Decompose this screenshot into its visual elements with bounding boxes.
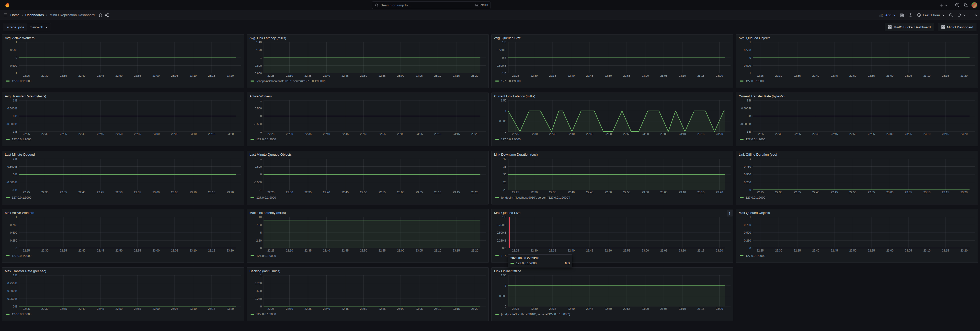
legend-series-label[interactable]: 127.0.0.1:9000	[12, 313, 32, 316]
chart-canvas[interactable]	[508, 217, 730, 248]
panel-title[interactable]: Link Offline Duration (sec)	[739, 153, 777, 156]
x-tick-label: 22:55	[623, 249, 630, 252]
grafana-logo[interactable]	[3, 2, 10, 8]
y-tick-label: 0.500 B	[7, 165, 17, 168]
chart-canvas[interactable]	[753, 217, 975, 248]
chart-canvas[interactable]	[19, 100, 241, 132]
y-tick-label: 0 B	[502, 247, 506, 250]
panel-title[interactable]: Max Queued Size	[494, 211, 520, 215]
link-minio-bucket-dashboard[interactable]: MinIO Bucket Dashboard	[885, 23, 934, 31]
time-range-picker[interactable]: Last 1 hour	[917, 13, 945, 17]
chart-canvas[interactable]	[508, 42, 730, 73]
new-menu-button[interactable]	[940, 3, 948, 7]
legend-series-label[interactable]: {endpoint="localhost:9010", server="127.…	[501, 196, 570, 199]
news-icon[interactable]	[963, 3, 968, 7]
x-tick-label: 23:00	[886, 249, 894, 252]
legend-series-label[interactable]: {endpoint="localhost:9010", server="127.…	[501, 313, 570, 316]
chart-canvas[interactable]	[264, 100, 486, 132]
breadcrumb-dashboards[interactable]: Dashboards	[25, 13, 44, 17]
legend-series-dash	[495, 81, 499, 81]
y-axis-labels: 10.7500.5000.2500	[739, 159, 751, 190]
share-icon[interactable]	[105, 13, 109, 17]
legend-series-label[interactable]: 127.0.0.1:9000	[256, 196, 276, 199]
y-tick-label: 1	[260, 56, 262, 59]
breadcrumb-home[interactable]: Home	[10, 13, 19, 17]
panel-title[interactable]: Backlog (last 5 mins)	[250, 269, 280, 273]
chart-canvas[interactable]	[753, 42, 975, 73]
legend-series-label[interactable]: 127.0.0.1:9000	[746, 80, 765, 83]
legend-series-label[interactable]: 127.0.0.1:9000	[256, 254, 276, 258]
x-tick-label: 23:20	[227, 132, 234, 135]
x-tick-label: 22:50	[116, 132, 123, 135]
legend: 127.0.0.1:9000	[5, 253, 241, 258]
link-minio-dashboard[interactable]: MinIO Dashboard	[938, 23, 977, 31]
dashboard-toolbar: ☰ Home › Dashboards › MinIO Replication …	[0, 10, 980, 20]
legend-series-label[interactable]: 127.0.0.1:9000	[12, 138, 32, 141]
y-axis-labels: 1 B0.500 B0 B-0.500 B-1 B	[5, 159, 17, 190]
legend-series-label[interactable]: 127.0.0.1:9000	[12, 196, 32, 199]
y-tick-label: 0.500	[10, 49, 17, 52]
save-dashboard-icon[interactable]	[900, 13, 904, 18]
user-avatar[interactable]	[971, 2, 977, 8]
legend-series-label[interactable]: 127.0.0.1:9000	[746, 254, 765, 258]
chart-canvas[interactable]	[508, 275, 730, 307]
chart-canvas[interactable]	[753, 100, 975, 132]
chart-canvas[interactable]	[508, 159, 730, 190]
panel-title[interactable]: Avg. Queued Size	[494, 36, 521, 40]
legend-series-label[interactable]: 127.0.0.1:9000	[12, 254, 32, 258]
x-tick-label: 23:10	[679, 132, 686, 135]
panel-title[interactable]: Avg. Link Latency (millis)	[250, 36, 286, 40]
panel-title[interactable]: Max Active Workers	[5, 211, 34, 215]
panel-title[interactable]: Max Link Latency (millis)	[250, 211, 286, 215]
legend-series-label[interactable]: 127.0.0.1:9000	[746, 196, 765, 199]
panel-title[interactable]: Max Queued Objects	[739, 211, 770, 215]
zoom-out-icon[interactable]	[949, 13, 953, 18]
panel-title[interactable]: Max Transfer Rate (per sec)	[5, 269, 46, 273]
help-button[interactable]	[955, 3, 959, 7]
search-input[interactable]	[380, 3, 473, 7]
panel-title[interactable]: Avg. Queued Objects	[739, 36, 770, 40]
chart-canvas[interactable]	[508, 100, 730, 132]
panel-title[interactable]: Last Minute Queued	[5, 153, 35, 156]
x-axis-labels: 22:2522:3022:3522:4022:4522:5022:5523:00…	[264, 248, 486, 253]
panel-title[interactable]: Current Link Latency (millis)	[494, 94, 535, 98]
chart-canvas[interactable]	[264, 275, 486, 307]
legend-series-label[interactable]: 127.0.0.1:9000	[12, 80, 32, 83]
panel-title[interactable]: Link Downtime Duration (sec)	[494, 153, 538, 156]
chart-canvas[interactable]	[264, 42, 486, 73]
panel-header: Avg. Transfer Rate (bytes/s)	[5, 94, 241, 100]
legend-series-label[interactable]: 127.0.0.1:9000	[256, 313, 276, 316]
panel-title[interactable]: Current Transfer Rate (bytes/s)	[739, 94, 784, 98]
chart-canvas[interactable]	[19, 217, 241, 248]
add-button[interactable]: Add	[879, 13, 896, 17]
y-tick-label: 1	[505, 284, 506, 287]
chart-canvas[interactable]	[19, 159, 241, 190]
panel-menu-kebab-icon[interactable]: ⋮	[727, 210, 733, 216]
x-tick-label: 22:35	[60, 307, 67, 310]
variable-value-dropdown[interactable]: minio-job	[27, 23, 51, 31]
collapse-topbar-icon[interactable]	[974, 14, 977, 17]
panel-title[interactable]: Link Online/Offline	[494, 269, 521, 273]
panel-title[interactable]: Avg. Active Workers	[5, 36, 35, 40]
menu-icon[interactable]: ☰	[3, 13, 7, 18]
legend-series-label[interactable]: 127.0.0.1:9000	[746, 138, 765, 141]
chart-canvas[interactable]	[19, 275, 241, 307]
chart-canvas[interactable]	[264, 217, 486, 248]
chart-canvas[interactable]	[753, 159, 975, 190]
panel-title[interactable]: Last Minute Queued Objects	[250, 153, 292, 156]
panel-title[interactable]: Avg. Transfer Rate (bytes/s)	[5, 94, 46, 98]
legend-series-label[interactable]: 127.0.0.1:9000	[501, 80, 521, 83]
chart-canvas[interactable]	[19, 42, 241, 73]
legend-series-label[interactable]: 127.0.0.1:9000	[256, 138, 276, 141]
legend-series-label[interactable]: {endpoint="localhost:9010", server="127.…	[256, 80, 326, 83]
time-series-svg	[508, 100, 730, 132]
chart-canvas[interactable]	[264, 159, 486, 190]
dashboard-settings-icon[interactable]	[908, 13, 913, 18]
x-tick-label: 23:00	[397, 74, 404, 77]
y-tick-label: 20	[503, 188, 506, 191]
legend-series-label[interactable]: 127.0.0.1:9000	[501, 138, 521, 141]
star-icon[interactable]	[99, 13, 102, 17]
refresh-button[interactable]	[957, 13, 966, 17]
panel-title[interactable]: Active Workers	[250, 94, 272, 98]
global-search[interactable]: ctrl+k	[372, 1, 491, 9]
